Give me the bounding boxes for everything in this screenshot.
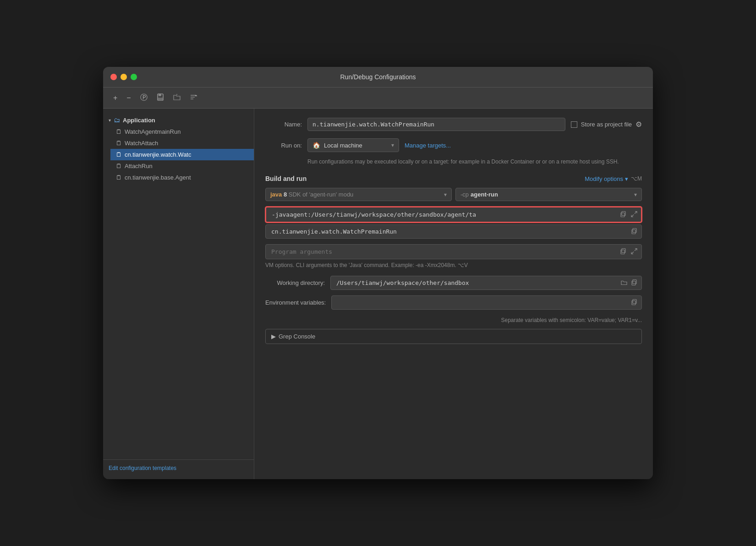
- config-icon-1: 🗒: [116, 140, 122, 147]
- local-machine-select[interactable]: 🏠 Local machine ▾: [307, 138, 399, 152]
- config-icon: 🗒: [116, 128, 122, 135]
- working-dir-input[interactable]: [330, 276, 642, 290]
- sidebar-item-watch-agent-main[interactable]: 🗒 WatchAgentmainRun: [110, 126, 254, 137]
- prog-args-copy-btn[interactable]: [619, 247, 627, 257]
- main-window: Run/Debug Configurations + − Ⓟ: [103, 67, 653, 479]
- env-vars-label: Environment variables:: [265, 299, 326, 306]
- cp-value-text: agent-run: [471, 191, 498, 198]
- prog-args-expand-btn[interactable]: [630, 247, 638, 257]
- vm-options-icons: [619, 210, 638, 219]
- sidebar-item-cn-base-agent[interactable]: 🗒 cn.tianwenjie.base.Agent: [110, 172, 254, 183]
- name-input[interactable]: [307, 118, 565, 131]
- svg-rect-2: [158, 98, 163, 100]
- vm-options-input[interactable]: [265, 207, 642, 223]
- save-button[interactable]: [154, 92, 167, 104]
- folder-icon: 🗂: [114, 116, 120, 124]
- home-icon: 🏠: [312, 142, 320, 149]
- modify-options-button[interactable]: Modify options ▾: [585, 175, 628, 182]
- cp-select[interactable]: -cp agent-run ▾: [455, 188, 642, 201]
- sidebar-item-application[interactable]: ▾ 🗂 Application: [103, 114, 254, 126]
- gear-button[interactable]: ⚙: [635, 120, 642, 129]
- svg-rect-13: [621, 250, 625, 254]
- grep-console-expand-icon: ▶: [271, 333, 276, 340]
- sidebar-children: 🗒 WatchAgentmainRun 🗒 WatchAttach 🗒 cn.t…: [103, 126, 254, 183]
- svg-rect-18: [633, 279, 636, 284]
- cp-dropdown-icon: ▾: [634, 191, 637, 198]
- sidebar-item-label-3: AttachRun: [125, 163, 153, 169]
- sidebar-item-watch-attach[interactable]: 🗒 WatchAttach: [110, 137, 254, 149]
- svg-rect-19: [632, 300, 635, 305]
- working-dir-row: Working directory:: [265, 276, 642, 290]
- sort-button[interactable]: [187, 92, 200, 104]
- svg-line-9: [635, 211, 637, 213]
- config-panel: Name: Store as project file ⚙ Run on: 🏠 …: [254, 109, 653, 479]
- add-button[interactable]: +: [110, 92, 120, 104]
- build-run-row: java 8 SDK of 'agent-run' modu ▾ -cp age…: [265, 188, 642, 201]
- maximize-button[interactable]: [131, 74, 137, 80]
- sidebar-application-section: ▾ 🗂 Application 🗒 WatchAgentmainRun 🗒 Wa…: [103, 112, 254, 185]
- vm-hint-text: VM options. CLI arguments to the 'Java' …: [265, 262, 642, 268]
- build-run-section-title-row: Build and run Modify options ▾ ⌥M: [265, 175, 642, 182]
- svg-rect-11: [632, 229, 635, 234]
- window-title: Run/Debug Configurations: [340, 73, 416, 81]
- modify-options-label: Modify options: [585, 175, 623, 182]
- working-dir-copy-btn[interactable]: [630, 278, 638, 288]
- description-text: Run configurations may be executed local…: [307, 158, 642, 166]
- close-button[interactable]: [110, 74, 117, 80]
- copy-button[interactable]: Ⓟ: [137, 91, 150, 104]
- svg-rect-20: [633, 299, 636, 303]
- sdk-select[interactable]: java 8 SDK of 'agent-run' modu ▾: [265, 188, 452, 201]
- expand-icon: ▾: [109, 118, 111, 123]
- working-dir-label: Working directory:: [265, 279, 325, 286]
- java-text: java: [270, 191, 282, 198]
- sdk-dropdown-icon: ▾: [444, 191, 447, 198]
- env-vars-wrapper: [331, 295, 642, 310]
- chevron-down-icon: ▾: [625, 175, 628, 182]
- name-row: Name: Store as project file ⚙: [265, 118, 642, 131]
- name-label: Name:: [265, 121, 302, 128]
- remove-button[interactable]: −: [124, 92, 133, 104]
- config-icon-3: 🗒: [116, 163, 122, 169]
- main-content: ▾ 🗂 Application 🗒 WatchAgentmainRun 🗒 Wa…: [103, 109, 653, 479]
- dropdown-arrow-icon: ▾: [391, 142, 394, 148]
- expand-icon-btn[interactable]: [630, 210, 638, 219]
- working-dir-folder-btn[interactable]: [620, 278, 628, 288]
- svg-rect-14: [622, 248, 625, 252]
- sidebar-item-label-4: cn.tianwenjie.base.Agent: [125, 174, 191, 181]
- build-run-title: Build and run: [265, 175, 307, 182]
- sidebar-item-label-2: cn.tianwenjie.watch.Watc: [125, 151, 191, 158]
- main-class-row: [265, 224, 642, 239]
- svg-rect-12: [633, 228, 636, 232]
- edit-templates-link[interactable]: Edit configuration templates: [109, 465, 176, 471]
- grep-console-header[interactable]: ▶ Grep Console: [266, 329, 641, 344]
- sidebar-item-label-0: WatchAgentmainRun: [125, 128, 181, 135]
- store-project-label: Store as project file: [581, 121, 632, 128]
- main-class-input[interactable]: [265, 224, 642, 239]
- svg-rect-1: [159, 94, 161, 96]
- minimize-button[interactable]: [121, 74, 127, 80]
- program-args-input[interactable]: [265, 244, 642, 259]
- sidebar-footer: Edit configuration templates: [103, 459, 254, 475]
- sidebar-item-cn-watch[interactable]: 🗒 cn.tianwenjie.watch.Watc: [110, 149, 254, 160]
- grep-console-label: Grep Console: [279, 333, 315, 340]
- sidebar-item-attach-run[interactable]: 🗒 AttachRun: [110, 160, 254, 172]
- sidebar: ▾ 🗂 Application 🗒 WatchAgentmainRun 🗒 Wa…: [103, 109, 254, 479]
- toolbar: + − Ⓟ: [103, 87, 653, 109]
- traffic-lights: [110, 74, 137, 80]
- java-version-text: 8: [284, 191, 287, 198]
- run-on-row: Run on: 🏠 Local machine ▾ Manage targets…: [265, 138, 642, 152]
- folder-button[interactable]: [170, 92, 183, 104]
- env-vars-row: Environment variables:: [265, 295, 642, 310]
- config-icon-2: 🗒: [116, 151, 122, 158]
- env-hint-text: Separate variables with semicolon: VAR=v…: [265, 315, 642, 325]
- grep-console-section: ▶ Grep Console: [265, 329, 642, 344]
- store-project-checkbox[interactable]: [571, 121, 577, 128]
- env-vars-copy-btn[interactable]: [630, 298, 638, 307]
- manage-targets-link[interactable]: Manage targets...: [405, 142, 451, 149]
- copy-icon-btn[interactable]: [619, 210, 627, 219]
- env-vars-input[interactable]: [331, 295, 642, 310]
- local-machine-text: Local machine: [324, 142, 362, 149]
- prog-args-wrapper: [265, 244, 642, 259]
- main-class-copy-icon-btn[interactable]: [630, 227, 638, 236]
- sidebar-item-label-1: WatchAttach: [125, 140, 158, 147]
